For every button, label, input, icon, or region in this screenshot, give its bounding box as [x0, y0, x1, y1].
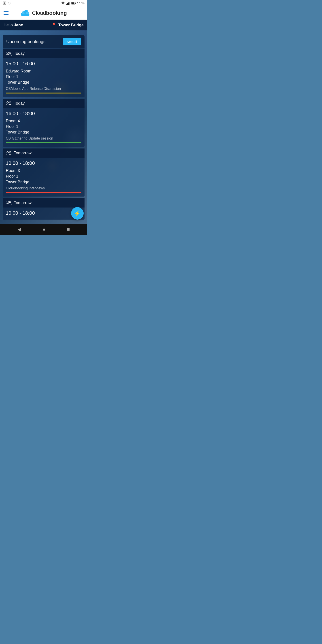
svg-rect-16: [21, 14, 29, 16]
card-event-1: CBMobile App Release Discussion: [6, 87, 82, 91]
location-name: Tower Bridge: [58, 23, 84, 28]
logo: Cloudbooking: [20, 10, 67, 16]
svg-point-24: [10, 201, 11, 203]
card-day-header-1: Today: [3, 49, 84, 58]
user-name: Jane: [14, 23, 23, 27]
card-body-1: 15:00 - 16:00 Edward RoomFloor 1Tower Br…: [3, 58, 84, 97]
logo-cloud-icon: [20, 10, 30, 16]
battery-icon: [71, 2, 76, 4]
people-icon-2: [6, 101, 12, 106]
svg-rect-4: [66, 4, 67, 5]
location-bar: Hello Jane 📍 Tower Bridge: [0, 20, 87, 30]
svg-point-23: [7, 201, 8, 203]
section-title: Upcoming bookings: [6, 39, 46, 44]
svg-point-18: [10, 52, 11, 54]
svg-rect-1: [4, 2, 5, 4]
svg-rect-10: [72, 2, 74, 4]
signal-icon: [66, 2, 70, 5]
svg-point-21: [7, 152, 8, 153]
app-header: Cloudbooking: [0, 6, 87, 20]
location-display[interactable]: 📍 Tower Bridge: [51, 22, 84, 28]
day-label-2: Today: [14, 101, 24, 106]
people-icon-3: [6, 151, 12, 156]
card-day-header-2: Today: [3, 99, 84, 108]
svg-point-22: [10, 152, 11, 153]
booking-card-2[interactable]: Today 16:00 - 18:00 Room 4Floor 1Tower B…: [3, 99, 84, 147]
card-time-4: 10:00 - 18:00: [6, 210, 82, 216]
svg-point-19: [7, 102, 8, 103]
day-label-4: Tomorrow: [14, 200, 32, 205]
back-button[interactable]: ◀: [18, 226, 21, 232]
card-body-3: 10:00 - 18:00 Room 3Floor 1Tower Bridge …: [3, 158, 84, 196]
location-pin-icon: 📍: [51, 22, 57, 28]
booking-card-3[interactable]: Tomorrow 10:00 - 18:00 Room 3Floor 1Towe…: [3, 148, 84, 196]
card-room-2: Room 4Floor 1Tower Bridge: [6, 118, 82, 135]
time-display: 15:14: [77, 2, 84, 5]
upcoming-bookings-header: Upcoming bookings See all: [3, 35, 84, 48]
lightning-icon: ⚡: [74, 210, 81, 216]
svg-point-3: [63, 4, 63, 4]
svg-rect-6: [68, 2, 69, 5]
card-time-1: 15:00 - 16:00: [6, 61, 82, 67]
card-event-3: Cloudbooking Interviews: [6, 186, 82, 190]
card-day-header-3: Tomorrow: [3, 148, 84, 158]
card-body-2: 16:00 - 18:00 Room 4Floor 1Tower Bridge …: [3, 108, 84, 147]
main-content: Upcoming bookings See all Today 15:00 - …: [0, 30, 87, 224]
recents-button[interactable]: ■: [67, 226, 70, 232]
booking-card-1[interactable]: Today 15:00 - 16:00 Edward RoomFloor 1To…: [3, 49, 84, 97]
card-event-2: CB Gathering Update session: [6, 136, 82, 140]
people-icon-1: [6, 52, 12, 56]
svg-rect-5: [67, 3, 68, 5]
day-label-3: Tomorrow: [14, 151, 32, 156]
home-button[interactable]: ●: [42, 226, 46, 232]
see-all-button[interactable]: See all: [62, 38, 81, 46]
people-icon-4: [6, 200, 12, 205]
status-left-icons: [3, 2, 11, 5]
circle-icon: [8, 2, 11, 5]
svg-rect-9: [75, 3, 76, 4]
card-indicator-2: [6, 142, 82, 143]
card-indicator-3: [6, 192, 82, 193]
hamburger-menu[interactable]: [4, 11, 8, 15]
fab-button[interactable]: ⚡: [71, 207, 84, 220]
status-right-icons: 15:14: [61, 2, 84, 5]
wifi-icon: [61, 2, 65, 5]
bottom-nav: ◀ ● ■: [0, 224, 87, 235]
card-indicator-1: [6, 92, 82, 94]
sim-icon: [3, 2, 6, 5]
svg-point-20: [10, 102, 11, 103]
svg-point-17: [7, 52, 8, 54]
card-day-header-4: Tomorrow: [3, 198, 84, 208]
greeting-text: Hello Jane: [4, 23, 23, 28]
card-room-3: Room 3Floor 1Tower Bridge: [6, 168, 82, 185]
card-time-2: 16:00 - 18:00: [6, 111, 82, 116]
day-label-1: Today: [14, 51, 24, 56]
card-room-1: Edward RoomFloor 1Tower Bridge: [6, 68, 82, 86]
svg-rect-7: [69, 2, 70, 5]
card-time-3: 10:00 - 18:00: [6, 160, 82, 166]
status-bar: 15:14: [0, 0, 87, 6]
svg-point-2: [8, 2, 10, 4]
logo-text: Cloudbooking: [32, 10, 67, 16]
